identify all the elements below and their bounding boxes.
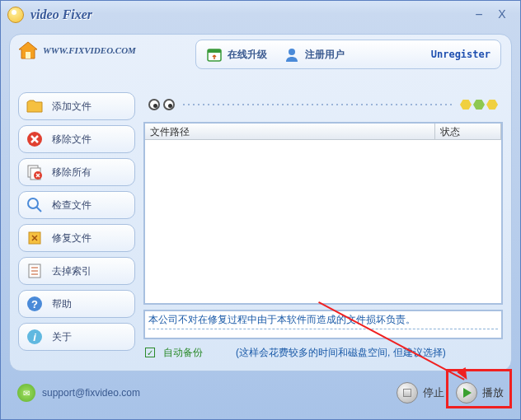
app-window: video Fixer − X WWW.FIXVIDEO.COM 在线升级 注册… [0, 0, 521, 420]
register-button[interactable]: 注册用户 [284, 46, 345, 63]
user-icon [284, 46, 300, 63]
about-icon: i [26, 328, 44, 346]
sidebar-remove-all[interactable]: 移除所有 [18, 158, 135, 186]
upgrade-button[interactable]: 在线升级 [206, 46, 267, 63]
message-box: 本公司不对在修复过程中由于本软件而造成的文件损坏负责。 [143, 310, 503, 339]
disclaimer-text: 本公司不对在修复过程中由于本软件而造成的文件损坏负责。 [148, 313, 498, 329]
sidebar-item-label: 关于 [52, 330, 128, 344]
svg-rect-3 [208, 49, 221, 53]
hex-decoration [460, 100, 498, 110]
play-icon [456, 382, 477, 404]
mail-icon: ✉ [17, 384, 35, 402]
sidebar-remove-file[interactable]: 移除文件 [18, 125, 135, 153]
sidebar-item-label: 修复文件 [52, 231, 128, 245]
check-icon [26, 196, 44, 214]
home-url[interactable]: WWW.FIXVIDEO.COM [43, 45, 136, 55]
column-status[interactable]: 状态 [435, 124, 501, 139]
sidebar-item-label: 去掉索引 [52, 264, 128, 278]
index-icon [26, 262, 44, 280]
svg-text:?: ? [31, 298, 38, 310]
stop-icon [397, 382, 418, 404]
sidebar-item-label: 移除文件 [52, 133, 128, 147]
stop-label: 停止 [423, 385, 444, 400]
unregister-link[interactable]: Unregister [431, 49, 490, 60]
options-row: ✓ 自动备份 (这样会花费较多的时间和磁盘空间, 但建议选择) [143, 344, 503, 361]
app-icon [7, 7, 24, 23]
sidebar-help[interactable]: ? 帮助 [18, 290, 135, 318]
upgrade-label: 在线升级 [228, 48, 267, 62]
titlebar: video Fixer − X [1, 1, 520, 29]
sidebar-add-file[interactable]: 添加文件 [18, 92, 135, 120]
dots-decoration [181, 102, 453, 107]
folder-add-icon [26, 97, 44, 115]
calendar-up-icon [206, 46, 223, 63]
remove-all-icon [26, 163, 44, 181]
svg-point-4 [289, 49, 295, 55]
sidebar-item-label: 帮助 [52, 297, 128, 311]
sidebar-repair-file[interactable]: 修复文件 [18, 224, 135, 252]
help-icon: ? [26, 295, 44, 313]
repair-icon [26, 229, 44, 247]
topbar: 在线升级 注册用户 Unregister [195, 40, 501, 69]
close-button[interactable]: X [490, 7, 514, 22]
stop-button[interactable]: 停止 [397, 382, 444, 404]
sidebar-about[interactable]: i 关于 [18, 323, 135, 351]
content-panel: WWW.FIXVIDEO.COM 在线升级 注册用户 Unregister 添加… [9, 34, 512, 371]
register-label: 注册用户 [305, 48, 345, 62]
list-header: 文件路径 状态 [145, 124, 501, 140]
sidebar-remove-index[interactable]: 去掉索引 [18, 257, 135, 285]
support-email[interactable]: support@fixvideo.com [42, 387, 385, 399]
auto-backup-checkbox[interactable]: ✓ [145, 348, 155, 357]
main-panel: 文件路径 状态 本公司不对在修复过程中由于本软件而造成的文件损坏负责。 ✓ 自动… [143, 63, 503, 361]
column-path[interactable]: 文件路径 [145, 124, 435, 139]
auto-backup-label[interactable]: 自动备份 [163, 346, 203, 360]
file-list[interactable]: 文件路径 状态 [143, 122, 503, 305]
minimize-button[interactable]: − [467, 7, 490, 22]
play-button[interactable]: 播放 [456, 382, 504, 404]
eyes-icon [148, 99, 175, 110]
decoration-row [143, 92, 503, 117]
svg-line-10 [36, 207, 41, 212]
remove-icon [26, 130, 44, 148]
list-body[interactable] [145, 140, 501, 303]
sidebar-item-label: 添加文件 [52, 100, 128, 114]
footer: ✉ support@fixvideo.com 停止 播放 [9, 375, 512, 411]
sidebar: 添加文件 移除文件 移除所有 检查文件 修复文件 [18, 63, 135, 361]
play-label: 播放 [482, 385, 504, 400]
svg-rect-1 [26, 52, 31, 58]
sidebar-item-label: 检查文件 [52, 198, 128, 212]
app-title: video Fixer [31, 7, 467, 22]
svg-text:i: i [33, 331, 36, 343]
sidebar-check-file[interactable]: 检查文件 [18, 191, 135, 219]
home-icon [18, 41, 38, 59]
sidebar-item-label: 移除所有 [52, 166, 128, 180]
